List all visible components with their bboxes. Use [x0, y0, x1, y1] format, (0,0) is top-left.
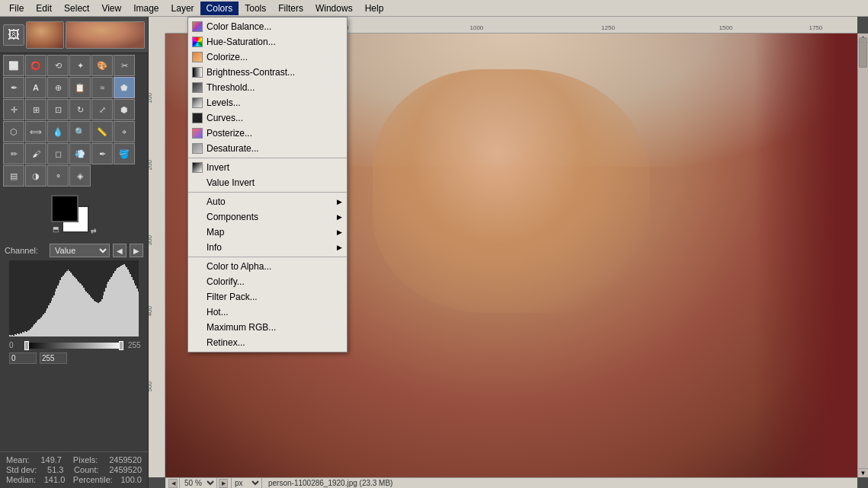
menu-view[interactable]: View: [95, 2, 127, 15]
histogram-btn-left[interactable]: ◀: [113, 244, 127, 257]
menu-info[interactable]: Info ▶: [188, 240, 347, 255]
tool-fuzzy-select[interactable]: ✦: [69, 55, 91, 76]
percentile-value: 100.0: [120, 475, 142, 484]
menu-hue-saturation[interactable]: Hue-Saturation...: [188, 34, 347, 49]
foreground-color-swatch[interactable]: [51, 195, 78, 222]
new-image-btn[interactable]: 🖼: [3, 24, 24, 46]
tool-clone[interactable]: 📋: [69, 77, 91, 98]
color-balance-label: Color Balance...: [207, 21, 271, 32]
level-max-label: 255: [128, 341, 139, 349]
tool-magnify[interactable]: 🔍: [69, 121, 91, 142]
components-label: Components: [207, 212, 258, 222]
menu-windows[interactable]: Windows: [309, 2, 359, 15]
tool-text[interactable]: A: [25, 77, 46, 98]
menu-brightness-contrast[interactable]: Brightness-Contrast...: [188, 65, 347, 80]
menu-layer[interactable]: Layer: [165, 2, 200, 15]
menu-edit[interactable]: Edit: [30, 2, 58, 15]
menu-color-to-alpha[interactable]: Color to Alpha...: [188, 259, 347, 274]
tool-perspective[interactable]: ⬡: [3, 121, 24, 142]
menu-invert[interactable]: Invert: [188, 160, 347, 175]
tool-pencil[interactable]: ✏: [3, 143, 24, 164]
menu-hot[interactable]: Hot...: [188, 305, 347, 320]
swap-colors-btn[interactable]: ⇄: [91, 227, 97, 234]
posterize-icon: [191, 127, 203, 139]
unit-select[interactable]: px mm inch: [231, 477, 262, 488]
curves-icon: [191, 112, 203, 124]
tool-measure[interactable]: 📏: [91, 121, 113, 142]
menu-curves[interactable]: Curves...: [188, 110, 347, 126]
tool-align[interactable]: ⊞: [25, 99, 46, 120]
menu-posterize[interactable]: Posterize...: [188, 126, 347, 141]
slider-min-thumb[interactable]: [24, 341, 29, 350]
tool-rotate[interactable]: ↻: [69, 99, 91, 120]
tool-options-area: 🖼: [0, 17, 148, 53]
menu-components[interactable]: Components ▶: [188, 209, 347, 225]
tool-move[interactable]: ✛: [3, 99, 24, 120]
level-slider[interactable]: [24, 343, 123, 349]
tool-scale[interactable]: ⤢: [91, 99, 113, 120]
tool-sharpen[interactable]: ◈: [69, 165, 91, 187]
tool-shear[interactable]: ⬢: [114, 99, 135, 120]
tool-paths[interactable]: ✒: [3, 77, 24, 98]
menu-color-balance[interactable]: Color Balance...: [188, 19, 347, 34]
menu-colorify[interactable]: Colorify...: [188, 274, 347, 289]
tool-rect-select[interactable]: ⬜: [3, 55, 24, 76]
tool-zoom[interactable]: ⌖: [114, 121, 135, 142]
tool-convolve[interactable]: ⚬: [47, 165, 69, 187]
menu-maximum-rgb[interactable]: Maximum RGB...: [188, 320, 347, 335]
menu-help[interactable]: Help: [359, 2, 390, 15]
menu-retinex[interactable]: Retinex...: [188, 335, 347, 350]
pixels-label: Pixels:: [73, 455, 98, 464]
channel-select[interactable]: Value Red Green Blue: [50, 244, 110, 257]
menu-colors[interactable]: Colors: [200, 2, 239, 15]
menu-threshold[interactable]: Threshold...: [188, 80, 347, 95]
menu-image[interactable]: Image: [127, 2, 165, 15]
menu-sep-3: [188, 257, 347, 257]
histogram-display: [9, 260, 139, 336]
zoom-in-btn[interactable]: ▶: [219, 479, 228, 488]
menu-tools[interactable]: Tools: [239, 2, 272, 15]
level-input-max[interactable]: [40, 352, 67, 364]
level-input-min[interactable]: [9, 352, 37, 364]
tool-flip[interactable]: ⟺: [25, 121, 46, 142]
ruler-v-tick-500: 500: [149, 382, 153, 392]
menu-desaturate[interactable]: Desaturate...: [188, 141, 347, 156]
tool-paintbrush[interactable]: 🖌: [25, 143, 46, 164]
tool-ink[interactable]: ✒: [91, 143, 113, 164]
scrollbar-vertical[interactable]: ▲ ▼: [857, 33, 868, 477]
tool-smudge[interactable]: ≈: [91, 77, 113, 98]
tool-ellipse-select[interactable]: ⭕: [25, 55, 46, 76]
tools-panel: ⬜ ⭕ ⟲ ✦ 🎨 ✂ ✒ A ⊕ 📋 ≈ ⬟ ✛ ⊞ ⊡ ↻ ⤢: [0, 53, 148, 189]
ruler-h-tick-1250: 1250: [601, 24, 615, 31]
tool-eraser[interactable]: ◻: [47, 143, 69, 164]
menu-map[interactable]: Map ▶: [188, 225, 347, 240]
menu-filters[interactable]: Filters: [272, 2, 309, 15]
tool-scissors[interactable]: ✂: [114, 55, 135, 76]
tool-airbrush[interactable]: 💨: [69, 143, 91, 164]
menu-auto[interactable]: Auto ▶: [188, 194, 347, 209]
menu-colorize[interactable]: Colorize...: [188, 49, 347, 65]
tool-dodge-burn[interactable]: ⬟: [114, 77, 135, 98]
tool-dodge[interactable]: ◑: [25, 165, 46, 187]
tool-bucket[interactable]: 🪣: [114, 143, 135, 164]
histogram-btn-right[interactable]: ▶: [130, 244, 143, 257]
tool-heal[interactable]: ⊕: [47, 77, 69, 98]
tool-blend[interactable]: ▤: [3, 165, 24, 187]
scroll-thumb-vertical[interactable]: [859, 37, 867, 68]
menu-select[interactable]: Select: [58, 2, 95, 15]
tool-crop[interactable]: ⊡: [47, 99, 69, 120]
zoom-out-btn[interactable]: ◀: [168, 479, 178, 488]
toolbox: 🖼 ⬜ ⭕ ⟲ ✦ 🎨 ✂ ✒ A ⊕ 📋 ≈: [0, 17, 149, 488]
menu-levels[interactable]: Levels...: [188, 95, 347, 110]
tool-select-by-color[interactable]: 🎨: [91, 55, 113, 76]
count-label: Count:: [74, 465, 98, 474]
tool-color-picker[interactable]: 💧: [47, 121, 69, 142]
slider-max-thumb[interactable]: [119, 341, 123, 350]
menu-value-invert[interactable]: Value Invert: [188, 175, 347, 190]
reset-colors-btn[interactable]: ⬒: [53, 225, 59, 233]
scroll-down-btn[interactable]: ▼: [858, 468, 868, 477]
menu-filter-pack[interactable]: Filter Pack...: [188, 289, 347, 305]
menu-file[interactable]: File: [3, 2, 30, 15]
tool-free-select[interactable]: ⟲: [47, 55, 69, 76]
zoom-select[interactable]: 50 % 25 % 75 % 100 %: [179, 477, 217, 488]
